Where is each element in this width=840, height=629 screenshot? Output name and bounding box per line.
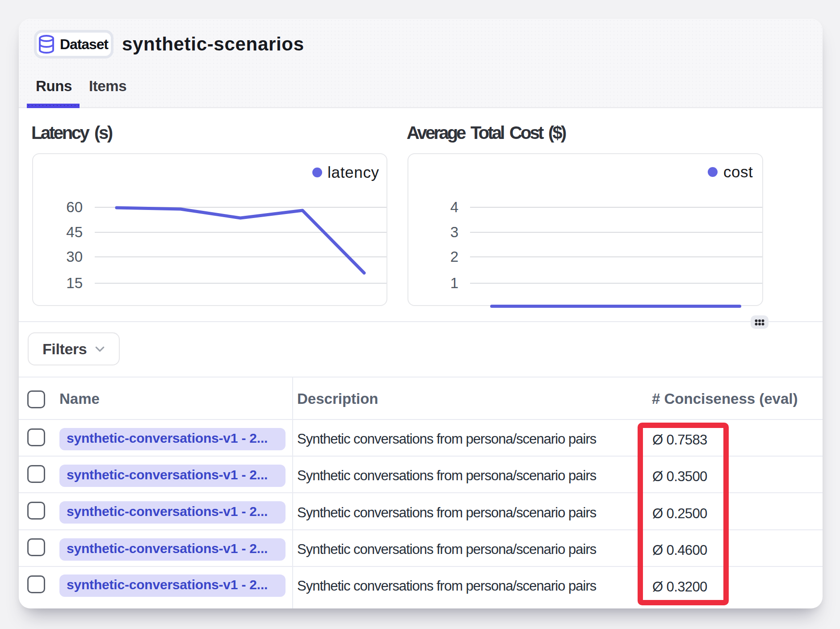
svg-text:latency: latency [328,164,379,181]
svg-text:4: 4 [450,199,458,215]
svg-text:60: 60 [66,199,83,215]
svg-text:45: 45 [66,224,83,240]
svg-text:30: 30 [66,248,83,265]
svg-text:3: 3 [450,224,458,240]
svg-text:1: 1 [450,275,458,291]
svg-text:2: 2 [450,248,458,265]
svg-text:cost: cost [723,163,753,180]
svg-text:15: 15 [66,275,83,291]
